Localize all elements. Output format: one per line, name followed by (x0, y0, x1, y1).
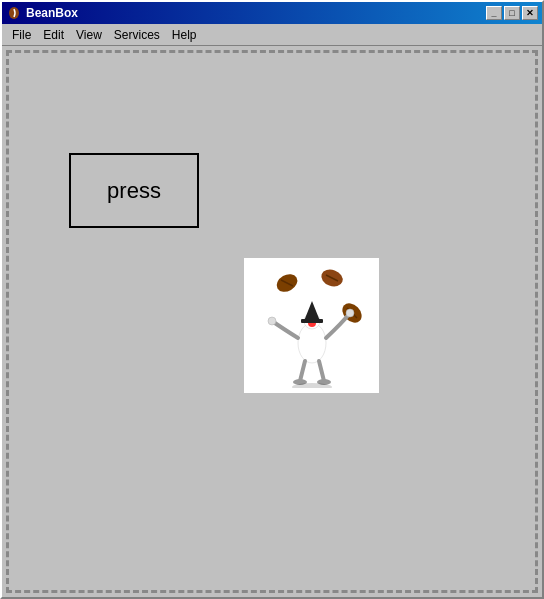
window-title: BeanBox (26, 6, 78, 20)
svg-rect-8 (301, 319, 323, 323)
juggler-image (244, 258, 379, 393)
menu-view[interactable]: View (70, 26, 108, 44)
canvas-area: press (6, 50, 538, 593)
menu-services[interactable]: Services (108, 26, 166, 44)
press-button-label: press (107, 178, 161, 204)
svg-marker-7 (304, 301, 320, 321)
title-bar-buttons: _ □ ✕ (486, 6, 538, 20)
menu-bar: File Edit View Services Help (2, 24, 542, 46)
menu-help[interactable]: Help (166, 26, 203, 44)
svg-point-0 (9, 7, 19, 19)
menu-edit[interactable]: Edit (37, 26, 70, 44)
juggler-svg (252, 263, 372, 388)
minimize-button[interactable]: _ (486, 6, 502, 20)
svg-point-10 (346, 309, 354, 317)
svg-point-9 (268, 317, 276, 325)
title-bar: BeanBox _ □ ✕ (2, 2, 542, 24)
close-button[interactable]: ✕ (522, 6, 538, 20)
title-bar-left: BeanBox (6, 5, 78, 21)
app-icon (6, 5, 22, 21)
menu-file[interactable]: File (6, 26, 37, 44)
press-button[interactable]: press (69, 153, 199, 228)
beanbox-window: BeanBox _ □ ✕ File Edit View Services He… (0, 0, 544, 599)
maximize-button[interactable]: □ (504, 6, 520, 20)
